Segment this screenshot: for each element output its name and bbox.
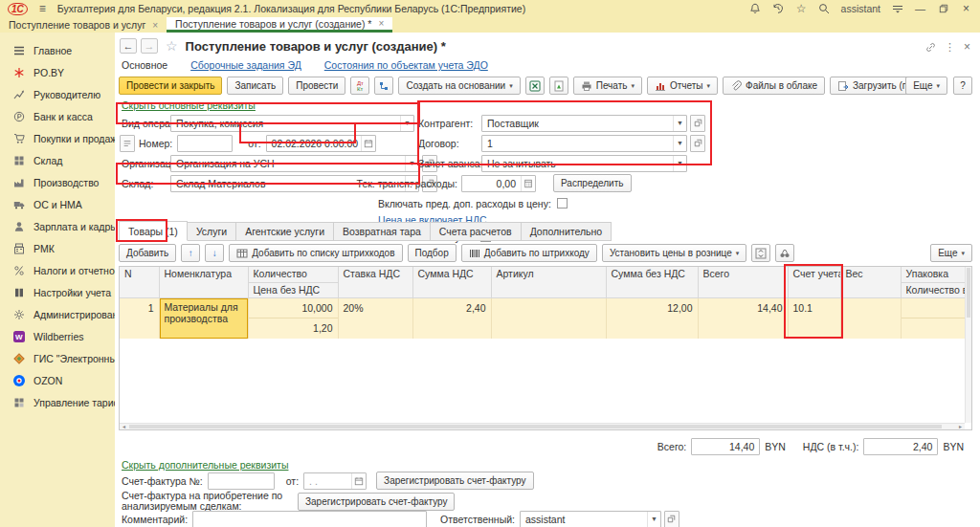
pick-button[interactable]: Подбор bbox=[408, 244, 457, 262]
tab-services[interactable]: Услуги bbox=[188, 222, 236, 241]
favorite-star-icon[interactable]: ☆ bbox=[166, 38, 178, 54]
help-button[interactable]: ? bbox=[953, 77, 972, 95]
counterparty-select[interactable]: Поставщик▼ bbox=[481, 115, 687, 132]
back-button[interactable]: ← bbox=[120, 38, 137, 54]
cell-article[interactable] bbox=[491, 297, 606, 339]
dtkt-button[interactable]: ДтКт bbox=[350, 77, 369, 95]
operation-select[interactable]: Покупка, комиссия▼ bbox=[170, 115, 414, 132]
tab-returnable-tare[interactable]: Возвратная тара bbox=[334, 222, 431, 241]
structure-button[interactable] bbox=[374, 77, 393, 95]
more-button[interactable]: Еще▾ bbox=[905, 77, 947, 95]
cell-vat-sum[interactable]: 2,40 bbox=[412, 297, 491, 339]
table-more-button[interactable]: Еще▾ bbox=[930, 244, 972, 262]
cloud-files-button[interactable]: Файлы в облаке bbox=[723, 77, 825, 95]
chevron-down-icon[interactable]: ▼ bbox=[673, 116, 686, 131]
cell-n[interactable]: 1 bbox=[120, 297, 159, 339]
total-input[interactable]: 14,40 bbox=[691, 438, 760, 455]
sidebar-item-warehouse[interactable]: Склад bbox=[0, 149, 115, 171]
add-by-barcode-button[interactable]: Добавить по штрихкоду bbox=[461, 244, 597, 262]
restore-icon[interactable] bbox=[937, 3, 949, 15]
chevron-down-icon[interactable]: ▼ bbox=[673, 136, 686, 151]
scrollbar-thumb[interactable] bbox=[129, 425, 942, 428]
register-analyzed-invoice-button[interactable]: Зарегистрировать счет-фактуру bbox=[298, 493, 455, 511]
forward-button[interactable]: → bbox=[141, 38, 158, 54]
upload-doc-button[interactable] bbox=[549, 77, 568, 95]
scroll-right-icon[interactable]: ▸ bbox=[956, 424, 965, 429]
scroll-left-icon[interactable]: ◂ bbox=[120, 424, 128, 429]
link-icon[interactable] bbox=[925, 42, 936, 53]
close-form-icon[interactable]: × bbox=[964, 40, 970, 54]
sidebar-item-rmk[interactable]: РМК bbox=[0, 237, 115, 259]
sidebar-item-bank[interactable]: Банк и касса bbox=[0, 105, 115, 127]
hide-main-requisites-link[interactable]: Скрыть основные реквизиты bbox=[122, 99, 256, 111]
print-button[interactable]: Печать▾ bbox=[573, 77, 642, 95]
distribute-button[interactable]: Распределить bbox=[553, 174, 632, 192]
sidebar-item-main[interactable]: Главное bbox=[0, 39, 115, 61]
tab-agent-services[interactable]: Агентские услуги bbox=[236, 222, 334, 241]
add-by-barcode-list-button[interactable]: Добавить по списку штрихкодов bbox=[229, 244, 402, 262]
vertical-scrollbar[interactable] bbox=[965, 267, 971, 423]
calendar-icon[interactable] bbox=[351, 473, 366, 489]
transport-costs-input[interactable]: 0,00 bbox=[461, 175, 536, 192]
favorites-star-icon[interactable]: ☆ bbox=[795, 3, 808, 15]
horizontal-scrollbar[interactable]: ◂ ▸ bbox=[120, 423, 965, 429]
cell-account[interactable]: 10.1 bbox=[788, 297, 840, 339]
calculator-icon[interactable] bbox=[521, 176, 535, 191]
comment-input[interactable] bbox=[192, 511, 427, 527]
history-icon[interactable] bbox=[772, 3, 785, 15]
close-window-icon[interactable]: × bbox=[960, 3, 972, 15]
sidebar-item-tariff[interactable]: Управление тарифом bbox=[0, 391, 115, 413]
cell-total[interactable]: 14,40 bbox=[698, 297, 788, 339]
chevron-down-icon[interactable]: ▼ bbox=[673, 156, 686, 171]
number-settings-icon[interactable] bbox=[120, 135, 135, 152]
tab-close-icon[interactable]: × bbox=[378, 18, 384, 29]
tab-settlement-accounts[interactable]: Счета расчетов bbox=[431, 222, 522, 241]
sidebar-item-wildberries[interactable]: W Wildberries bbox=[0, 325, 115, 347]
sidebar-item-manager[interactable]: Руководителю bbox=[0, 83, 115, 105]
sidebar-item-administration[interactable]: Администрирование bbox=[0, 303, 115, 325]
post-button[interactable]: Провести bbox=[288, 77, 345, 95]
more-menu-icon[interactable]: ⋮ bbox=[945, 41, 955, 54]
hide-additional-requisites-link[interactable]: Скрыть дополнительные реквизиты bbox=[122, 459, 288, 471]
cell-sum-no-vat[interactable]: 12,00 bbox=[606, 297, 698, 339]
load-from-file-button[interactable]: Загрузить (перезаполнить) из файла bbox=[830, 77, 913, 95]
search-binoculars-button[interactable] bbox=[775, 244, 794, 262]
sidebar-item-production[interactable]: Производство bbox=[0, 171, 115, 193]
set-retail-prices-button[interactable]: Установить цены в рознице▾ bbox=[602, 244, 746, 262]
tab-receipt-doc[interactable]: Поступление товаров и услуг (создание) *… bbox=[167, 17, 392, 33]
move-row-down-button[interactable]: ↓ bbox=[205, 244, 224, 262]
nav-edo-states[interactable]: Состояния по объектам учета ЭДО bbox=[324, 59, 488, 71]
chevron-down-icon[interactable]: ▼ bbox=[647, 512, 660, 527]
row-height-button[interactable] bbox=[751, 244, 770, 262]
sidebar-item-assets[interactable]: ОС и НМА bbox=[0, 193, 115, 215]
advance-select[interactable]: Не зачитывать▼ bbox=[481, 155, 687, 172]
reports-button[interactable]: Отчеты▾ bbox=[647, 77, 718, 95]
create-based-on-button[interactable]: Создать на основании▾ bbox=[398, 77, 520, 95]
nav-assembly-tasks[interactable]: Сборочные задания ЭД bbox=[190, 59, 301, 71]
calendar-icon[interactable] bbox=[361, 136, 375, 151]
tab-close-icon[interactable]: × bbox=[152, 20, 158, 31]
date-input[interactable]: 02.02.2026 0:00:00 bbox=[266, 135, 376, 152]
cell-vat-rate[interactable]: 20% bbox=[338, 297, 412, 339]
sidebar-item-gis[interactable]: ГИС "Электронный знак" bbox=[0, 347, 115, 369]
tab-goods[interactable]: Товары (1) bbox=[119, 221, 188, 241]
open-contract-icon[interactable] bbox=[690, 135, 705, 152]
chevron-down-icon[interactable]: ▼ bbox=[405, 156, 418, 171]
tab-receipt-list[interactable]: Поступление товаров и услуг × bbox=[0, 17, 167, 33]
sidebar-item-accounting-settings[interactable]: Настройки учета bbox=[0, 281, 115, 303]
main-menu-icon[interactable]: ≡ bbox=[36, 3, 49, 15]
chevron-down-icon[interactable]: ▼ bbox=[400, 116, 413, 131]
sidebar-item-ozon[interactable]: OZON bbox=[0, 369, 115, 391]
number-input[interactable] bbox=[177, 135, 233, 152]
scrollbar-thumb[interactable] bbox=[967, 268, 970, 318]
vat-total-input[interactable]: 2,40 bbox=[863, 438, 938, 455]
sidebar-item-poby[interactable]: PO.BY bbox=[0, 61, 115, 83]
cell-package[interactable] bbox=[901, 297, 965, 339]
move-row-up-button[interactable]: ↑ bbox=[181, 244, 200, 262]
service-menu-icon[interactable] bbox=[891, 3, 903, 15]
invoice-number-input[interactable] bbox=[208, 472, 275, 490]
organization-select[interactable]: Организация на УСН▼ bbox=[170, 155, 419, 172]
notifications-bell-icon[interactable] bbox=[749, 3, 762, 15]
open-responsible-icon[interactable] bbox=[664, 511, 679, 527]
cell-qty-price[interactable]: 10,0001,20 bbox=[248, 297, 338, 339]
